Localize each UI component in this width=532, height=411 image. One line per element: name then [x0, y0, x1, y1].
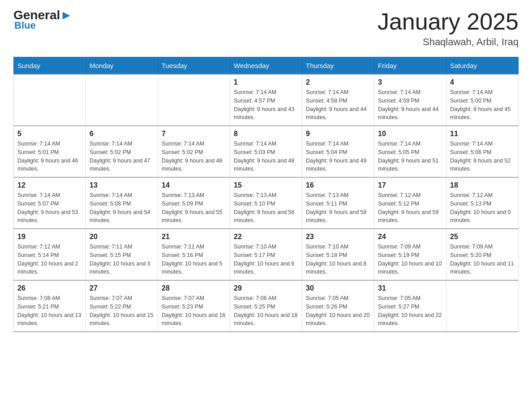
calendar-cell [446, 280, 519, 332]
day-number: 2 [306, 78, 370, 86]
calendar-cell [14, 74, 86, 126]
calendar-cell: 5Sunrise: 7:14 AMSunset: 5:01 PMDaylight… [14, 126, 86, 177]
day-info: Sunrise: 7:06 AMSunset: 5:25 PMDaylight:… [234, 294, 298, 328]
day-info: Sunrise: 7:05 AMSunset: 5:27 PMDaylight:… [378, 294, 442, 328]
calendar-cell: 21Sunrise: 7:11 AMSunset: 5:16 PMDayligh… [158, 229, 230, 280]
day-number: 10 [378, 130, 442, 138]
calendar-table: SundayMondayTuesdayWednesdayThursdayFrid… [13, 57, 519, 332]
calendar-cell: 15Sunrise: 7:13 AMSunset: 5:10 PMDayligh… [230, 177, 302, 229]
day-info: Sunrise: 7:14 AMSunset: 5:02 PMDaylight:… [90, 140, 154, 173]
day-number: 26 [17, 284, 82, 292]
calendar-cell: 25Sunrise: 7:09 AMSunset: 5:20 PMDayligh… [446, 229, 519, 280]
day-number: 21 [162, 233, 226, 241]
calendar-cell: 16Sunrise: 7:13 AMSunset: 5:11 PMDayligh… [302, 177, 374, 229]
day-number: 17 [378, 181, 442, 189]
calendar-cell: 27Sunrise: 7:07 AMSunset: 5:22 PMDayligh… [86, 280, 158, 332]
day-of-week-header: Monday [86, 57, 158, 75]
day-number: 3 [378, 78, 442, 86]
day-info: Sunrise: 7:12 AMSunset: 5:13 PMDaylight:… [450, 191, 515, 225]
calendar-cell: 1Sunrise: 7:14 AMSunset: 4:57 PMDaylight… [230, 74, 302, 126]
calendar-cell: 9Sunrise: 7:14 AMSunset: 5:04 PMDaylight… [302, 126, 374, 177]
day-info: Sunrise: 7:14 AMSunset: 5:02 PMDaylight:… [162, 140, 226, 173]
day-info: Sunrise: 7:07 AMSunset: 5:23 PMDaylight:… [162, 294, 226, 328]
day-number: 14 [162, 181, 226, 189]
logo-subtitle: Blue [14, 20, 36, 31]
calendar-cell: 18Sunrise: 7:12 AMSunset: 5:13 PMDayligh… [446, 177, 519, 229]
day-info: Sunrise: 7:14 AMSunset: 5:05 PMDaylight:… [378, 140, 442, 173]
day-info: Sunrise: 7:14 AMSunset: 5:01 PMDaylight:… [17, 140, 82, 173]
calendar-cell: 23Sunrise: 7:10 AMSunset: 5:18 PMDayligh… [302, 229, 374, 280]
calendar-week-row: 12Sunrise: 7:14 AMSunset: 5:07 PMDayligh… [14, 177, 519, 229]
day-number: 29 [234, 284, 298, 292]
calendar-cell: 2Sunrise: 7:14 AMSunset: 4:58 PMDaylight… [302, 74, 374, 126]
day-info: Sunrise: 7:14 AMSunset: 4:59 PMDaylight:… [378, 88, 442, 122]
calendar-cell: 24Sunrise: 7:09 AMSunset: 5:19 PMDayligh… [374, 229, 446, 280]
calendar-cell: 26Sunrise: 7:08 AMSunset: 5:21 PMDayligh… [14, 280, 86, 332]
day-info: Sunrise: 7:13 AMSunset: 5:10 PMDaylight:… [234, 191, 298, 225]
day-number: 24 [378, 233, 442, 241]
day-info: Sunrise: 7:14 AMSunset: 5:07 PMDaylight:… [17, 191, 82, 225]
day-number: 16 [306, 181, 370, 189]
day-of-week-header: Thursday [302, 57, 374, 75]
day-of-week-header: Sunday [14, 57, 86, 75]
logo-blue-part: ► [60, 9, 73, 21]
calendar-cell: 20Sunrise: 7:11 AMSunset: 5:15 PMDayligh… [86, 229, 158, 280]
calendar-cell: 31Sunrise: 7:05 AMSunset: 5:27 PMDayligh… [374, 280, 446, 332]
day-info: Sunrise: 7:14 AMSunset: 5:08 PMDaylight:… [90, 191, 154, 225]
calendar-cell [158, 74, 230, 126]
day-number: 27 [90, 284, 154, 292]
day-info: Sunrise: 7:08 AMSunset: 5:21 PMDaylight:… [17, 294, 82, 328]
day-number: 13 [90, 181, 154, 189]
day-of-week-header: Saturday [446, 57, 519, 75]
calendar-week-row: 1Sunrise: 7:14 AMSunset: 4:57 PMDaylight… [14, 74, 519, 126]
calendar-cell: 12Sunrise: 7:14 AMSunset: 5:07 PMDayligh… [14, 177, 86, 229]
day-info: Sunrise: 7:14 AMSunset: 4:58 PMDaylight:… [306, 88, 370, 122]
day-info: Sunrise: 7:14 AMSunset: 4:57 PMDaylight:… [234, 88, 298, 122]
day-info: Sunrise: 7:14 AMSunset: 5:03 PMDaylight:… [234, 140, 298, 173]
calendar-week-row: 19Sunrise: 7:12 AMSunset: 5:14 PMDayligh… [14, 229, 519, 280]
day-info: Sunrise: 7:13 AMSunset: 5:11 PMDaylight:… [306, 191, 370, 225]
day-info: Sunrise: 7:10 AMSunset: 5:17 PMDaylight:… [234, 243, 298, 276]
day-number: 6 [90, 130, 154, 138]
day-number: 25 [450, 233, 515, 241]
day-number: 19 [17, 233, 82, 241]
page-header: General ► Blue January 2025 Shaqlawah, A… [13, 9, 519, 48]
day-number: 12 [17, 181, 82, 189]
calendar-cell: 3Sunrise: 7:14 AMSunset: 4:59 PMDaylight… [374, 74, 446, 126]
day-number: 30 [306, 284, 370, 292]
day-number: 1 [234, 78, 298, 86]
day-info: Sunrise: 7:14 AMSunset: 5:00 PMDaylight:… [450, 88, 515, 122]
calendar-cell: 10Sunrise: 7:14 AMSunset: 5:05 PMDayligh… [374, 126, 446, 177]
day-number: 15 [234, 181, 298, 189]
calendar-week-row: 5Sunrise: 7:14 AMSunset: 5:01 PMDaylight… [14, 126, 519, 177]
day-info: Sunrise: 7:12 AMSunset: 5:12 PMDaylight:… [378, 191, 442, 225]
day-number: 31 [378, 284, 442, 292]
day-info: Sunrise: 7:14 AMSunset: 5:06 PMDaylight:… [450, 140, 515, 173]
day-number: 9 [306, 130, 370, 138]
day-info: Sunrise: 7:09 AMSunset: 5:20 PMDaylight:… [450, 243, 515, 276]
day-number: 23 [306, 233, 370, 241]
day-info: Sunrise: 7:10 AMSunset: 5:18 PMDaylight:… [306, 243, 370, 276]
calendar-cell: 29Sunrise: 7:06 AMSunset: 5:25 PMDayligh… [230, 280, 302, 332]
calendar-cell: 11Sunrise: 7:14 AMSunset: 5:06 PMDayligh… [446, 126, 519, 177]
day-number: 8 [234, 130, 298, 138]
main-title: January 2025 [378, 9, 519, 34]
location-subtitle: Shaqlawah, Arbil, Iraq [378, 36, 519, 48]
day-info: Sunrise: 7:07 AMSunset: 5:22 PMDaylight:… [90, 294, 154, 328]
day-number: 11 [450, 130, 515, 138]
calendar-cell: 19Sunrise: 7:12 AMSunset: 5:14 PMDayligh… [14, 229, 86, 280]
day-info: Sunrise: 7:11 AMSunset: 5:16 PMDaylight:… [162, 243, 226, 276]
day-info: Sunrise: 7:05 AMSunset: 5:26 PMDaylight:… [306, 294, 370, 328]
calendar-cell: 28Sunrise: 7:07 AMSunset: 5:23 PMDayligh… [158, 280, 230, 332]
calendar-cell [86, 74, 158, 126]
calendar-cell: 14Sunrise: 7:13 AMSunset: 5:09 PMDayligh… [158, 177, 230, 229]
calendar-cell: 30Sunrise: 7:05 AMSunset: 5:26 PMDayligh… [302, 280, 374, 332]
calendar-cell: 4Sunrise: 7:14 AMSunset: 5:00 PMDaylight… [446, 74, 519, 126]
day-number: 5 [17, 130, 82, 138]
day-info: Sunrise: 7:12 AMSunset: 5:14 PMDaylight:… [17, 243, 82, 276]
day-info: Sunrise: 7:09 AMSunset: 5:19 PMDaylight:… [378, 243, 442, 276]
day-of-week-header: Friday [374, 57, 446, 75]
calendar-cell: 8Sunrise: 7:14 AMSunset: 5:03 PMDaylight… [230, 126, 302, 177]
day-info: Sunrise: 7:13 AMSunset: 5:09 PMDaylight:… [162, 191, 226, 225]
calendar-cell: 7Sunrise: 7:14 AMSunset: 5:02 PMDaylight… [158, 126, 230, 177]
